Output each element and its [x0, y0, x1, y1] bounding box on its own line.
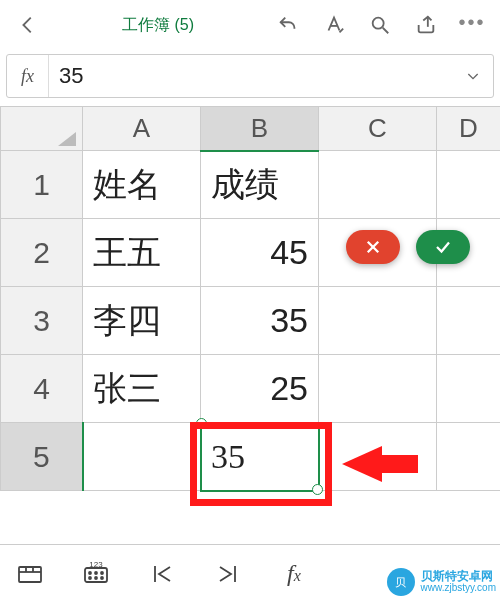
- table-row: 5 35: [1, 423, 501, 491]
- table-row: 4 张三 25: [1, 355, 501, 423]
- cell-A3[interactable]: 李四: [83, 287, 201, 355]
- search-button[interactable]: [360, 5, 400, 45]
- fx-icon: fx: [287, 560, 301, 587]
- watermark-badge-icon: 贝: [387, 568, 415, 596]
- spreadsheet: A B C D 1 姓名 成绩 2 王五 45 3 李四 35 4: [0, 106, 500, 491]
- cell-D3[interactable]: [437, 287, 501, 355]
- svg-text:123: 123: [89, 560, 103, 569]
- more-button[interactable]: •••: [452, 5, 492, 45]
- undo-button[interactable]: [268, 5, 308, 45]
- close-icon: [364, 238, 382, 256]
- cell-C1[interactable]: [319, 151, 437, 219]
- svg-rect-9: [85, 568, 107, 582]
- col-header-C[interactable]: C: [319, 107, 437, 151]
- svg-point-14: [89, 577, 91, 579]
- go-last-button[interactable]: [208, 554, 248, 594]
- row-header[interactable]: 3: [1, 287, 83, 355]
- app-top-bar: 工作簿 (5) •••: [0, 0, 500, 50]
- cell-B3[interactable]: 35: [201, 287, 319, 355]
- numeric-keyboard-button[interactable]: 123: [76, 554, 116, 594]
- svg-rect-5: [19, 567, 41, 582]
- row-header[interactable]: 5: [1, 423, 83, 491]
- row-header[interactable]: 4: [1, 355, 83, 423]
- fx-label: fx: [7, 55, 49, 97]
- cell-A1[interactable]: 姓名: [83, 151, 201, 219]
- sheet-tabs-button[interactable]: [10, 554, 50, 594]
- row-header[interactable]: 2: [1, 219, 83, 287]
- document-title-wrap: 工作簿 (5): [54, 15, 262, 36]
- bottom-toolbar: 123 fx 贝 贝斯特安卓网 www.zjbstyy.com: [0, 544, 500, 602]
- cell-D1[interactable]: [437, 151, 501, 219]
- more-icon: •••: [458, 12, 485, 38]
- col-header-D[interactable]: D: [437, 107, 501, 151]
- cell-D4[interactable]: [437, 355, 501, 423]
- cell-B2[interactable]: 45: [201, 219, 319, 287]
- cell-D5[interactable]: [437, 423, 501, 491]
- annotation-arrow-icon: [342, 446, 382, 482]
- check-icon: [434, 238, 452, 256]
- watermark: 贝 贝斯特安卓网 www.zjbstyy.com: [387, 568, 496, 596]
- cell-A5[interactable]: [83, 423, 201, 491]
- svg-point-13: [101, 572, 103, 574]
- share-button[interactable]: [406, 5, 446, 45]
- go-first-button[interactable]: [142, 554, 182, 594]
- cell-C4[interactable]: [319, 355, 437, 423]
- document-title: 工作簿 (5): [122, 16, 194, 33]
- sheet-grid[interactable]: A B C D 1 姓名 成绩 2 王五 45 3 李四 35 4: [0, 106, 500, 491]
- col-header-B[interactable]: B: [201, 107, 319, 151]
- select-all-corner[interactable]: [1, 107, 83, 151]
- cell-A4[interactable]: 张三: [83, 355, 201, 423]
- format-button[interactable]: [314, 5, 354, 45]
- col-header-A[interactable]: A: [83, 107, 201, 151]
- insert-function-button[interactable]: fx: [274, 554, 314, 594]
- formula-dropdown[interactable]: [453, 68, 493, 84]
- table-row: 3 李四 35: [1, 287, 501, 355]
- row-header[interactable]: 1: [1, 151, 83, 219]
- cell-B5-active[interactable]: 35: [201, 423, 319, 491]
- svg-point-15: [95, 577, 97, 579]
- watermark-url: www.zjbstyy.com: [421, 583, 496, 594]
- table-row: 1 姓名 成绩: [1, 151, 501, 219]
- svg-line-1: [383, 28, 389, 34]
- svg-point-11: [89, 572, 91, 574]
- svg-point-12: [95, 572, 97, 574]
- svg-point-0: [373, 18, 384, 29]
- formula-bar[interactable]: fx 35: [6, 54, 494, 98]
- cell-A2[interactable]: 王五: [83, 219, 201, 287]
- cell-C3[interactable]: [319, 287, 437, 355]
- svg-point-16: [101, 577, 103, 579]
- cell-B1[interactable]: 成绩: [201, 151, 319, 219]
- back-button[interactable]: [8, 5, 48, 45]
- cell-B4[interactable]: 25: [201, 355, 319, 423]
- confirm-edit-button[interactable]: [416, 230, 470, 264]
- cancel-edit-button[interactable]: [346, 230, 400, 264]
- formula-input[interactable]: 35: [49, 63, 453, 89]
